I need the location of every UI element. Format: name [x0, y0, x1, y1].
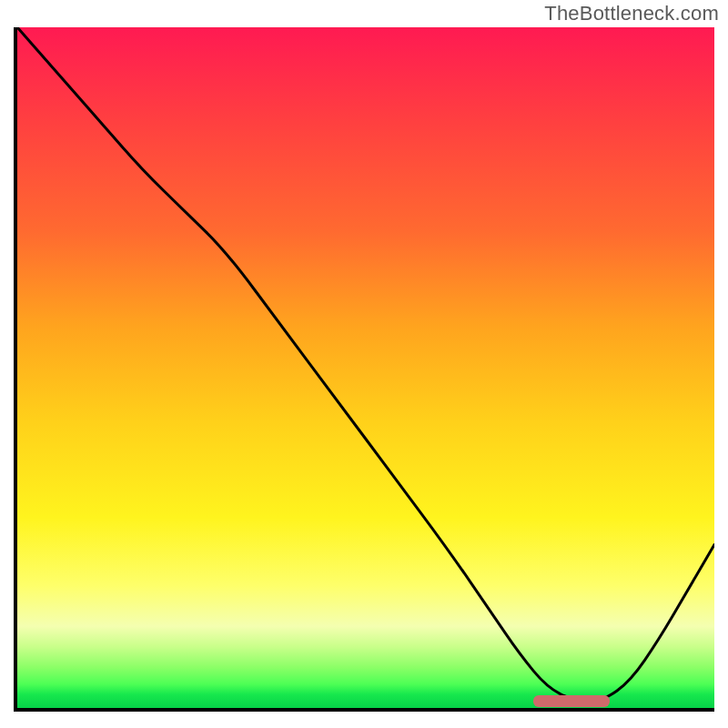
optimal-range-marker: [533, 695, 610, 707]
chart-frame: TheBottleneck.com: [0, 0, 728, 728]
bottleneck-curve-path: [17, 27, 714, 702]
bottleneck-curve: [17, 27, 714, 708]
plot-area: [14, 27, 714, 712]
watermark-text: TheBottleneck.com: [544, 2, 719, 25]
